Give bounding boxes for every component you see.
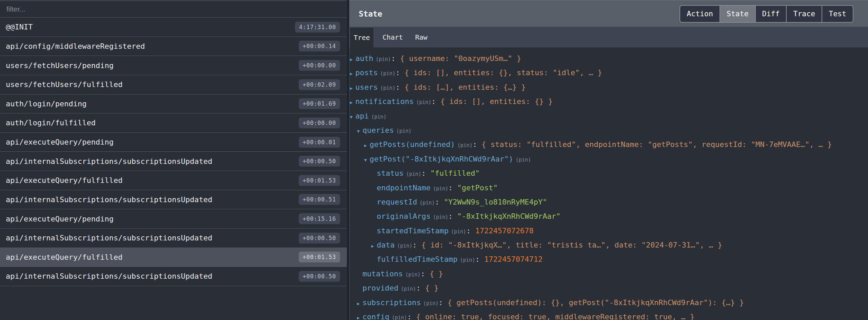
- tree-row[interactable]: ▶provided(pin): { }: [350, 281, 868, 295]
- tab-trace[interactable]: Trace: [786, 6, 822, 22]
- action-row[interactable]: api/config/middlewareRegistered+00:00.14: [0, 37, 347, 56]
- tree-row[interactable]: ▼api(pin): [350, 109, 868, 123]
- key-value-separator: :: [391, 54, 400, 63]
- subtab-tree[interactable]: Tree: [350, 27, 374, 47]
- tree-key[interactable]: provided: [362, 284, 398, 292]
- tree-key[interactable]: getPosts(undefined): [370, 140, 455, 149]
- action-row[interactable]: @@INIT4:17:31.00: [0, 18, 347, 37]
- pin-button[interactable]: (pin): [451, 229, 466, 235]
- action-row[interactable]: auth/login/fulfilled+00:00.00: [0, 113, 347, 133]
- tree-key[interactable]: startedTimeStamp: [377, 227, 449, 235]
- tree-row[interactable]: ▶startedTimeStamp(pin): 1722457072678: [350, 224, 868, 238]
- tree-key[interactable]: config: [362, 313, 389, 320]
- tree-key[interactable]: requestId: [377, 198, 417, 206]
- action-row[interactable]: api/internalSubscriptions/subscriptionsU…: [0, 267, 347, 286]
- action-row[interactable]: api/executeQuery/fulfilled+00:01.53: [0, 248, 347, 267]
- action-row[interactable]: api/internalSubscriptions/subscriptionsU…: [0, 190, 347, 210]
- panel-divider[interactable]: [347, 0, 349, 320]
- pin-button[interactable]: (pin): [457, 142, 473, 148]
- action-row[interactable]: api/internalSubscriptions/subscriptionsU…: [0, 229, 347, 248]
- tree-value-preview: { }: [425, 284, 439, 292]
- pin-button[interactable]: (pin): [405, 272, 420, 278]
- tree-row[interactable]: ▶fulfilledTimeStamp(pin): 1722457074712: [350, 252, 868, 266]
- pin-button[interactable]: (pin): [376, 56, 391, 62]
- collapse-arrow-icon[interactable]: ▼: [350, 110, 355, 124]
- pin-button[interactable]: (pin): [392, 315, 407, 320]
- tree-key[interactable]: subscriptions: [362, 298, 421, 307]
- pin-button[interactable]: (pin): [460, 257, 475, 263]
- expand-arrow-icon[interactable]: ▶: [357, 297, 362, 311]
- expand-arrow-icon[interactable]: ▶: [350, 52, 355, 67]
- tree-key[interactable]: queries: [362, 126, 394, 134]
- pin-button[interactable]: (pin): [397, 243, 412, 249]
- pin-button[interactable]: (pin): [433, 214, 448, 220]
- tree-key[interactable]: originalArgs: [377, 212, 431, 220]
- tree-row[interactable]: ▶subscriptions(pin): { getPosts(undefine…: [350, 296, 868, 310]
- tab-action[interactable]: Action: [680, 6, 719, 22]
- action-row[interactable]: api/executeQuery/fulfilled+00:01.53: [0, 171, 347, 190]
- tree-row[interactable]: ▶auth(pin): { username: "0oazymyUSm…" }: [350, 51, 868, 66]
- pin-button[interactable]: (pin): [371, 114, 387, 120]
- subtab-raw[interactable]: Raw: [411, 27, 431, 47]
- collapse-arrow-icon[interactable]: ▼: [357, 124, 362, 138]
- pin-button[interactable]: (pin): [416, 99, 431, 105]
- tree-row[interactable]: ▶endpointName(pin): "getPost": [350, 181, 868, 195]
- subtab-chart[interactable]: Chart: [379, 27, 407, 47]
- tree-key[interactable]: fulfilledTimeStamp: [377, 255, 457, 263]
- pin-button[interactable]: (pin): [401, 286, 416, 292]
- tree-key[interactable]: data: [377, 241, 395, 249]
- tab-state[interactable]: State: [719, 6, 755, 22]
- tree-key[interactable]: endpointName: [377, 184, 431, 192]
- tree-row[interactable]: ▶status(pin): "fulfilled": [350, 166, 868, 180]
- tab-diff[interactable]: Diff: [755, 6, 786, 22]
- action-name: api/internalSubscriptions/subscriptionsU…: [6, 234, 212, 242]
- key-value-separator: :: [421, 169, 431, 177]
- tree-row[interactable]: ▶requestId(pin): "Y2WwN9s_lo810nRyME4pY": [350, 195, 868, 209]
- action-row[interactable]: users/fetchUsers/pending+00:00.00: [0, 56, 347, 75]
- action-row[interactable]: api/executeQuery/pending+00:00.01: [0, 133, 347, 152]
- tree-key[interactable]: notifications: [355, 97, 414, 106]
- expand-arrow-icon[interactable]: ▶: [350, 95, 355, 110]
- action-timestamp-badge: +00:01.69: [299, 98, 340, 109]
- pin-button[interactable]: (pin): [380, 70, 395, 77]
- tree-row[interactable]: ▼getPost("-8xItkjkqXnRhCWd9rAar")(pin): [350, 152, 868, 166]
- tab-test[interactable]: Test: [822, 6, 853, 22]
- expand-arrow-icon[interactable]: ▶: [357, 311, 362, 320]
- action-row[interactable]: auth/login/pending+00:01.69: [0, 94, 347, 114]
- tree-row[interactable]: ▼queries(pin): [350, 123, 868, 137]
- pin-button[interactable]: (pin): [516, 157, 531, 163]
- tree-key[interactable]: status: [377, 169, 403, 177]
- pin-button[interactable]: (pin): [406, 171, 421, 177]
- pin-button[interactable]: (pin): [380, 85, 395, 91]
- collapse-arrow-icon[interactable]: ▼: [364, 153, 370, 167]
- filter-input[interactable]: [6, 5, 341, 14]
- action-list-panel: @@INIT4:17:31.00api/config/middlewareReg…: [0, 0, 347, 320]
- tree-value-preview: { }: [430, 270, 443, 278]
- tree-key[interactable]: api: [355, 112, 369, 120]
- action-row[interactable]: api/executeQuery/pending+00:15.16: [0, 209, 347, 229]
- tree-key[interactable]: posts: [355, 68, 378, 77]
- tree-key[interactable]: getPost("-8xItkjkqXnRhCWd9rAar"): [370, 155, 513, 163]
- tree-row[interactable]: ▶notifications(pin): { ids: [], entities…: [350, 94, 868, 109]
- expand-arrow-icon[interactable]: ▶: [350, 67, 355, 81]
- action-row[interactable]: api/internalSubscriptions/subscriptionsU…: [0, 152, 347, 171]
- tree-key[interactable]: users: [355, 83, 378, 91]
- expand-arrow-icon[interactable]: ▶: [350, 81, 355, 95]
- tree-row[interactable]: ▶originalArgs(pin): "-8xItkjkqXnRhCWd9rA…: [350, 209, 868, 223]
- tree-row[interactable]: ▶mutations(pin): { }: [350, 267, 868, 281]
- expand-arrow-icon[interactable]: ▶: [364, 138, 370, 153]
- action-row[interactable]: users/fetchUsers/fulfilled+00:02.09: [0, 75, 347, 94]
- pin-button[interactable]: (pin): [396, 128, 412, 134]
- tree-row[interactable]: ▶users(pin): { ids: […], entities: {…} }: [350, 80, 868, 94]
- pin-button[interactable]: (pin): [419, 200, 435, 206]
- action-name: api/executeQuery/pending: [6, 215, 114, 223]
- tree-key[interactable]: auth: [355, 54, 373, 63]
- tree-row[interactable]: ▶data(pin): { id: "-8xItkjkqX…", title: …: [350, 238, 868, 252]
- tree-row[interactable]: ▶config(pin): { online: true, focused: t…: [350, 310, 868, 320]
- expand-arrow-icon[interactable]: ▶: [371, 239, 377, 253]
- tree-row[interactable]: ▶getPosts(undefined)(pin): { status: "fu…: [350, 137, 868, 152]
- pin-button[interactable]: (pin): [423, 300, 438, 306]
- tree-row[interactable]: ▶posts(pin): { ids: [], entities: {}, st…: [350, 66, 868, 80]
- tree-key[interactable]: mutations: [362, 270, 403, 278]
- pin-button[interactable]: (pin): [433, 186, 448, 192]
